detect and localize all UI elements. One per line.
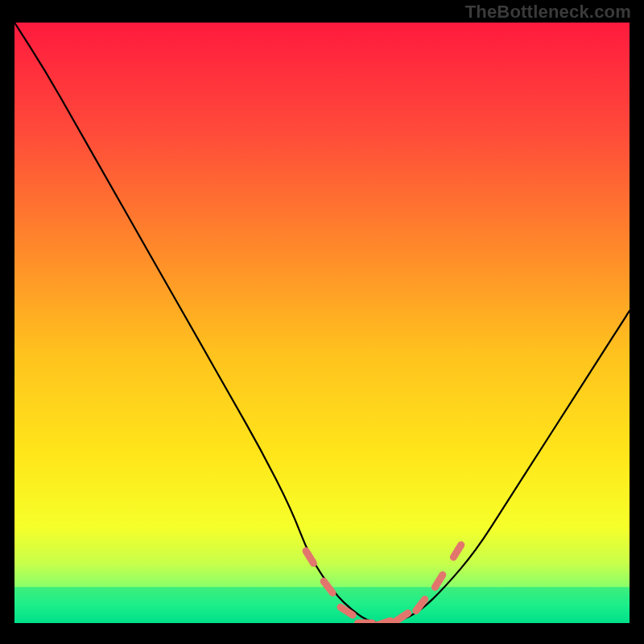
optimal-band <box>14 587 630 623</box>
gradient-backdrop <box>14 23 630 623</box>
plot-area <box>14 23 630 623</box>
dotted-dash <box>377 621 390 623</box>
attribution-label: TheBottleneck.com <box>465 2 631 23</box>
chart-svg <box>14 23 630 623</box>
chart-frame: TheBottleneck.com <box>0 0 644 644</box>
